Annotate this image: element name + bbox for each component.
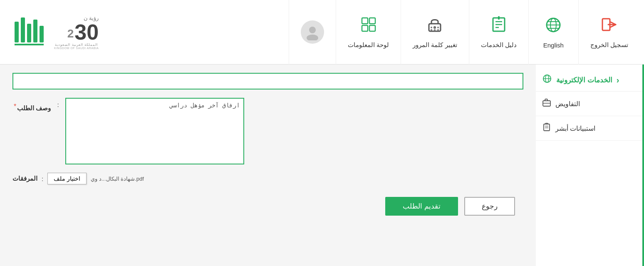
attach-colon: : [42,175,43,182]
clipboard-icon [542,122,551,134]
svg-rect-26 [15,22,19,42]
logout-nav-item[interactable]: تسجيل الخروج [578,0,640,65]
nav-items: تسجيل الخروج English [289,0,640,65]
svg-point-14 [431,27,432,28]
vision-number: 30 2 [54,21,99,43]
password-label: تغيير كلمة المرور [413,41,457,49]
logout-label: تسجيل الخروج [590,41,628,49]
main-wrapper: ‹ الخدمات الإلكترونية التفاويض ا [0,65,644,266]
svg-rect-31 [15,44,44,45]
buttons-row: رجوع تقديم الطلب [12,197,523,216]
content-area: ارفاق آخر مؤهل دراسي : وصف الطلب * شهادة… [0,65,536,266]
absher-logo [12,15,50,49]
file-name-display: شهادة البكال...د وي.pdf [91,176,144,182]
sidebar-globe-icon [542,74,552,86]
svg-point-16 [437,27,439,28]
sidebar-tafawid-label: التفاويض [555,100,580,108]
description-textarea[interactable]: ارفاق آخر مؤهل دراسي [65,98,244,164]
sidebar-header: ‹ الخدمات الإلكترونية [536,69,642,92]
svg-point-25 [307,35,318,40]
svg-rect-11 [498,16,500,20]
description-colon: : [57,98,59,108]
briefcase-icon [542,98,551,109]
password-nav-item[interactable]: تغيير كلمة المرور [401,0,468,65]
avatar [301,20,324,44]
svg-rect-28 [27,24,31,42]
user-avatar-nav-item[interactable] [289,0,336,65]
description-label: وصف الطلب [17,101,51,112]
svg-rect-22 [362,25,368,31]
back-button[interactable]: رجوع [464,197,515,216]
attachment-row: شهادة البكال...د وي.pdf اختيار ملف : الم… [12,173,523,184]
attachments-label: المرفقات [12,175,37,182]
svg-rect-27 [21,17,25,42]
svg-rect-37 [544,124,550,131]
ksa-label: المملكة العربية السعودية [54,43,99,47]
svg-rect-23 [369,25,375,31]
svg-point-15 [434,27,436,28]
svg-point-17 [431,29,432,31]
sidebar-item-surveys[interactable]: استبيانات أبشر [536,116,642,141]
ksa-en-label: KINGDOM OF SAUDI ARABIA [54,47,99,50]
password-icon [426,15,444,38]
required-star: * [14,103,16,110]
sidebar-chevron-icon[interactable]: ‹ [617,75,619,85]
svg-rect-20 [362,18,368,24]
svg-point-24 [309,27,316,33]
choose-file-button[interactable]: اختيار ملف [47,173,87,184]
svg-rect-29 [33,20,37,42]
svg-rect-30 [40,26,44,42]
services-label: دليل الخدمات [481,41,517,49]
dashboard-label: لوحة المعلومات [348,41,389,49]
svg-rect-21 [369,18,375,24]
english-nav-item[interactable]: English [528,0,578,65]
top-input-bar[interactable] [12,73,523,89]
submit-button[interactable]: تقديم الطلب [385,197,458,216]
dashboard-nav-item[interactable]: لوحة المعلومات [336,0,401,65]
svg-point-19 [437,29,439,31]
logo-area: رؤية ن 30 2 المملكة العربية السعودية KIN… [4,15,103,50]
logout-icon [600,15,618,38]
dashboard-icon [359,15,378,38]
description-field-row: ارفاق آخر مؤهل دراسي : وصف الطلب * [12,98,523,164]
svg-point-18 [434,29,436,31]
sidebar-title: الخدمات الإلكترونية [556,76,612,85]
sidebar-item-tafawid[interactable]: التفاويض [536,92,642,116]
vision-2030-logo: رؤية ن 30 2 المملكة العربية السعودية KIN… [54,15,99,50]
globe-icon [544,16,562,38]
sidebar: ‹ الخدمات الإلكترونية التفاويض ا [536,65,644,266]
english-label: English [543,42,564,49]
services-nav-item[interactable]: دليل الخدمات [469,0,528,65]
sidebar-surveys-label: استبيانات أبشر [555,124,595,132]
services-icon [490,15,508,38]
top-navigation: تسجيل الخروج English [0,0,644,65]
